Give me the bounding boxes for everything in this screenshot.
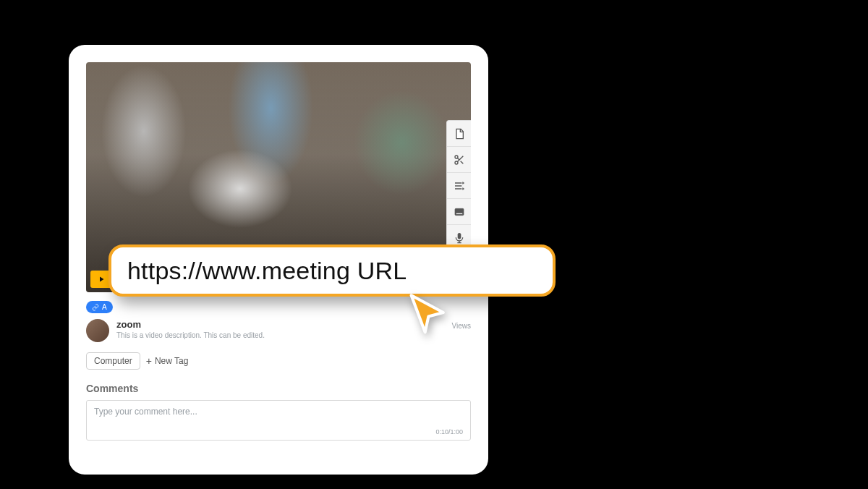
svg-rect-4 <box>458 233 461 239</box>
avatar[interactable] <box>86 319 109 342</box>
document-icon[interactable] <box>447 121 471 147</box>
pill-label: A <box>102 303 107 311</box>
svg-point-1 <box>455 161 458 164</box>
comment-input[interactable]: Type your comment here... 0:10/1:00 <box>86 400 471 441</box>
url-callout[interactable]: https://www.meeting URL <box>109 244 556 297</box>
video-side-toolbar <box>446 120 471 252</box>
url-text: https://www.meeting URL <box>127 257 407 285</box>
link-icon <box>92 304 99 311</box>
scissors-icon[interactable] <box>447 147 471 173</box>
comment-timer: 0:10/1:00 <box>435 428 463 435</box>
link-pill-button[interactable]: A <box>86 301 113 313</box>
video-title[interactable]: zoom <box>116 319 265 330</box>
cursor-icon <box>401 288 451 337</box>
tags-row: Computer + New Tag <box>86 352 471 370</box>
author-text: zoom This is a video description. This c… <box>116 319 265 339</box>
settings-lines-icon[interactable] <box>447 173 471 199</box>
plus-icon: + <box>146 356 152 366</box>
views-label: Views <box>452 322 472 330</box>
tag-chip[interactable]: Computer <box>86 352 140 370</box>
svg-rect-3 <box>456 213 462 214</box>
comment-placeholder: Type your comment here... <box>94 407 463 417</box>
add-tag-button[interactable]: + New Tag <box>146 356 189 366</box>
svg-point-0 <box>455 156 458 158</box>
new-tag-label: New Tag <box>155 356 188 366</box>
video-description[interactable]: This is a video description. This can be… <box>116 331 265 339</box>
comments-heading: Comments <box>86 383 471 394</box>
caption-icon[interactable] <box>447 199 471 225</box>
